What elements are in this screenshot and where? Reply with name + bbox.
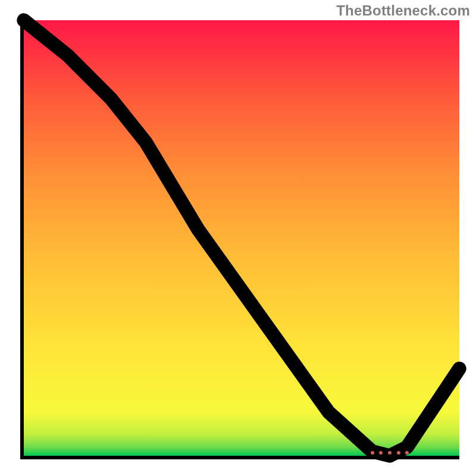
watermark-text: TheBottleneck.com (336, 2, 470, 19)
plot-area (20, 20, 459, 459)
curve-path (24, 20, 459, 456)
curve-plot (24, 20, 459, 456)
chart-frame: TheBottleneck.com (0, 0, 476, 476)
